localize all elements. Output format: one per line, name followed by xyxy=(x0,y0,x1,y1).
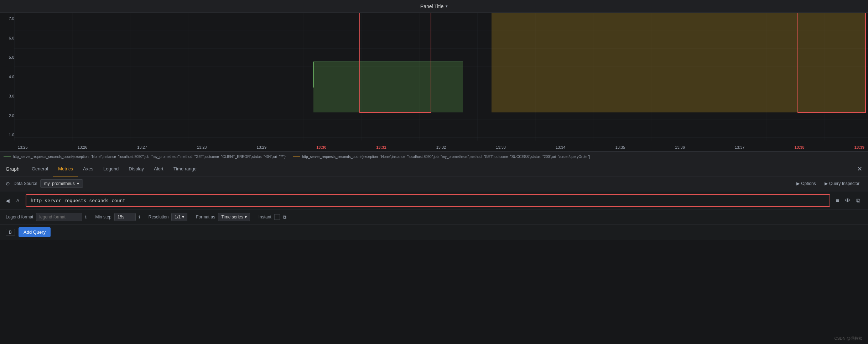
y-label-5: 5.0 xyxy=(2,55,14,59)
x-label-6: 13:31 xyxy=(376,145,386,149)
y-label-6: 6.0 xyxy=(2,36,14,40)
query-input[interactable] xyxy=(26,195,830,206)
legend-item-2[interactable]: http_server_requests_seconds_count{excep… xyxy=(293,155,590,159)
graph-tabs-row: Graph General Metrics Axes Legend Displa… xyxy=(0,162,868,176)
add-query-button[interactable]: Add Query xyxy=(19,227,51,237)
datasource-label: Data Source xyxy=(14,181,37,186)
y-label-3: 3.0 xyxy=(2,94,14,98)
x-label-9: 13:34 xyxy=(556,145,566,149)
resolution-label: Resolution xyxy=(149,215,169,219)
tab-display[interactable]: Display xyxy=(124,162,149,176)
y-axis: 1.0 2.0 3.0 4.0 5.0 6.0 7.0 xyxy=(0,13,14,141)
datasource-arrow: ▾ xyxy=(77,181,79,186)
legend-color-2 xyxy=(293,157,300,157)
x-label-7: 13:32 xyxy=(436,145,446,149)
query-inspector-label: Query Inspector xyxy=(829,181,859,186)
x-label-0: 13:25 xyxy=(18,145,28,149)
legend-format-group: Legend format ℹ xyxy=(6,213,87,221)
legend-format-input[interactable] xyxy=(36,213,82,221)
min-step-input[interactable] xyxy=(114,213,136,221)
resolution-select[interactable]: 1/1 ▾ xyxy=(171,213,187,221)
chart-svg xyxy=(14,13,868,141)
query-inspector-button[interactable]: ▶ Query Inspector xyxy=(822,180,862,187)
x-label-8: 13:33 xyxy=(496,145,506,149)
x-label-10: 13:35 xyxy=(615,145,625,149)
legend-text-1: http_server_requests_seconds_count{excep… xyxy=(13,155,286,159)
panel-title-bar: Panel Title ▾ xyxy=(0,0,868,13)
min-step-label: Min step xyxy=(95,215,111,219)
y-label-2: 2.0 xyxy=(2,113,14,118)
format-as-select[interactable]: Time series ▾ xyxy=(218,213,250,221)
tab-alert[interactable]: Alert xyxy=(149,162,168,176)
panel-title[interactable]: Panel Title ▾ xyxy=(420,4,448,9)
legend-color-1 xyxy=(4,157,11,157)
x-label-5: 13:30 xyxy=(316,145,326,149)
instant-label: Instant xyxy=(259,215,271,219)
min-step-group: Min step ℹ xyxy=(95,213,140,221)
legend-format-info-icon: ℹ xyxy=(85,215,87,219)
query-row: ◀ A ≡ 👁 ⧉ xyxy=(0,191,868,210)
graph-section: Graph General Metrics Axes Legend Displa… xyxy=(0,162,868,191)
instant-checkbox[interactable] xyxy=(274,214,280,220)
x-label-11: 13:36 xyxy=(675,145,685,149)
tab-general[interactable]: General xyxy=(27,162,53,176)
datasource-select[interactable]: my_prometheus ▾ xyxy=(40,179,83,188)
tab-axes[interactable]: Axes xyxy=(78,162,98,176)
resolution-value: 1/1 xyxy=(175,215,181,219)
link-icon[interactable]: ⧉ xyxy=(283,214,286,220)
legend-item-1[interactable]: http_server_requests_seconds_count{excep… xyxy=(4,155,286,159)
tab-legend[interactable]: Legend xyxy=(98,162,124,176)
y-label-4: 4.0 xyxy=(2,75,14,79)
graph-section-label: Graph xyxy=(6,166,20,172)
options-row: Legend format ℹ Min step ℹ Resolution 1/… xyxy=(0,210,868,224)
x-label-14: 13:39 xyxy=(854,145,864,149)
chart-container: 1.0 2.0 3.0 4.0 5.0 6.0 7.0 13:25 13:26 … xyxy=(0,13,868,152)
query-collapse-toggle[interactable]: ◀ xyxy=(6,198,13,203)
query-id-label: A xyxy=(16,198,22,203)
legend-text-2: http_server_requests_seconds_count{excep… xyxy=(302,155,590,159)
query-eye-button[interactable]: 👁 xyxy=(843,197,853,205)
min-step-info-icon: ℹ xyxy=(139,215,140,219)
x-axis: 13:25 13:26 13:27 13:28 13:29 13:30 13:3… xyxy=(14,145,868,149)
y-label-1: 1.0 xyxy=(2,133,14,137)
tab-time-range[interactable]: Time range xyxy=(168,162,202,176)
datasource-row: ⊙ Data Source my_prometheus ▾ ▶ Options … xyxy=(0,176,868,191)
instant-group: Instant ⧉ xyxy=(259,214,286,220)
query-duplicate-button[interactable]: ⧉ xyxy=(854,197,862,205)
datasource-value: my_prometheus xyxy=(44,181,75,186)
y-label-7: 7.0 xyxy=(2,16,14,21)
legend-format-label: Legend format xyxy=(6,215,33,219)
format-as-value: Time series xyxy=(221,215,243,219)
b-label: B xyxy=(6,229,15,236)
query-input-wrapper xyxy=(26,194,830,207)
format-as-group: Format as Time series ▾ xyxy=(196,213,250,221)
resolution-arrow: ▾ xyxy=(182,215,184,219)
tab-metrics[interactable]: Metrics xyxy=(53,162,78,176)
x-label-3: 13:28 xyxy=(197,145,207,149)
format-as-label: Format as xyxy=(196,215,215,219)
x-label-13: 13:38 xyxy=(795,145,805,149)
query-actions: ≡ 👁 ⧉ xyxy=(834,197,862,205)
query-menu-button[interactable]: ≡ xyxy=(834,197,841,205)
x-label-1: 13:26 xyxy=(78,145,88,149)
watermark: CSDN @码拉松 xyxy=(835,336,862,341)
x-label-4: 13:29 xyxy=(257,145,267,149)
x-label-2: 13:27 xyxy=(137,145,147,149)
bottom-row: B Add Query xyxy=(0,224,868,240)
options-arrow: ▶ xyxy=(796,181,800,186)
resolution-group: Resolution 1/1 ▾ xyxy=(149,213,187,221)
chart-series1-fill xyxy=(313,62,463,112)
panel-title-text: Panel Title xyxy=(420,4,443,9)
datasource-icon: ⊙ xyxy=(6,181,10,186)
query-inspector-arrow: ▶ xyxy=(825,181,828,186)
chart-series2-fill xyxy=(492,13,866,112)
options-button[interactable]: ▶ Options xyxy=(794,180,818,187)
format-as-arrow: ▾ xyxy=(245,215,247,219)
close-button[interactable]: ✕ xyxy=(857,162,862,176)
panel-title-chevron: ▾ xyxy=(446,4,448,9)
x-label-12: 13:37 xyxy=(735,145,745,149)
legend-bar: http_server_requests_seconds_count{excep… xyxy=(0,152,868,162)
options-label: Options xyxy=(801,181,816,186)
